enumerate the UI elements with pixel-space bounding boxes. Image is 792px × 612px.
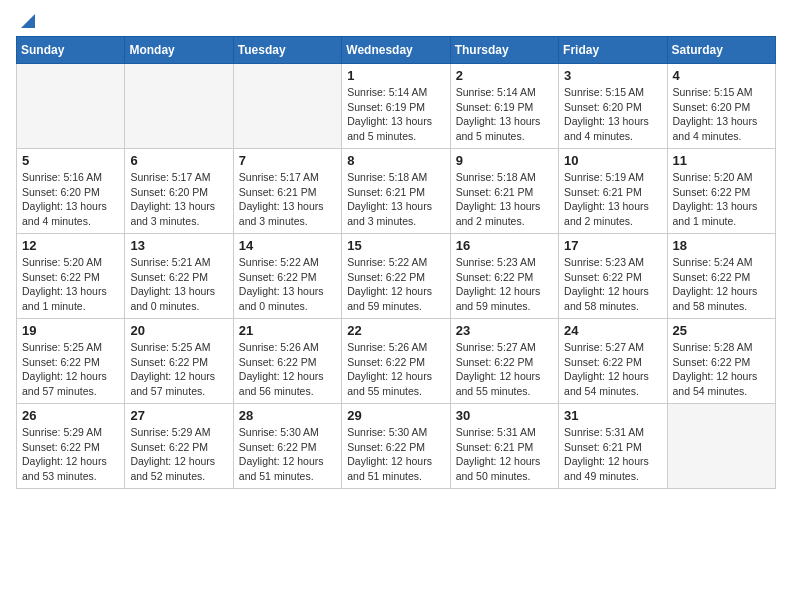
day-header-thursday: Thursday <box>450 37 558 64</box>
day-info: Sunrise: 5:14 AM Sunset: 6:19 PM Dayligh… <box>347 85 444 144</box>
day-info: Sunrise: 5:26 AM Sunset: 6:22 PM Dayligh… <box>239 340 336 399</box>
day-header-wednesday: Wednesday <box>342 37 450 64</box>
calendar-cell <box>125 64 233 149</box>
calendar-cell: 4Sunrise: 5:15 AM Sunset: 6:20 PM Daylig… <box>667 64 775 149</box>
calendar-cell <box>233 64 341 149</box>
day-info: Sunrise: 5:18 AM Sunset: 6:21 PM Dayligh… <box>456 170 553 229</box>
day-number: 23 <box>456 323 553 338</box>
day-number: 16 <box>456 238 553 253</box>
day-number: 2 <box>456 68 553 83</box>
calendar-cell: 25Sunrise: 5:28 AM Sunset: 6:22 PM Dayli… <box>667 319 775 404</box>
day-number: 9 <box>456 153 553 168</box>
calendar-cell: 27Sunrise: 5:29 AM Sunset: 6:22 PM Dayli… <box>125 404 233 489</box>
day-info: Sunrise: 5:30 AM Sunset: 6:22 PM Dayligh… <box>239 425 336 484</box>
day-number: 13 <box>130 238 227 253</box>
day-info: Sunrise: 5:27 AM Sunset: 6:22 PM Dayligh… <box>456 340 553 399</box>
day-info: Sunrise: 5:18 AM Sunset: 6:21 PM Dayligh… <box>347 170 444 229</box>
calendar-cell: 26Sunrise: 5:29 AM Sunset: 6:22 PM Dayli… <box>17 404 125 489</box>
day-info: Sunrise: 5:29 AM Sunset: 6:22 PM Dayligh… <box>130 425 227 484</box>
calendar-cell: 11Sunrise: 5:20 AM Sunset: 6:22 PM Dayli… <box>667 149 775 234</box>
svg-marker-0 <box>21 14 35 28</box>
calendar-table: SundayMondayTuesdayWednesdayThursdayFrid… <box>16 36 776 489</box>
calendar-cell: 20Sunrise: 5:25 AM Sunset: 6:22 PM Dayli… <box>125 319 233 404</box>
day-info: Sunrise: 5:17 AM Sunset: 6:20 PM Dayligh… <box>130 170 227 229</box>
calendar-week-2: 5Sunrise: 5:16 AM Sunset: 6:20 PM Daylig… <box>17 149 776 234</box>
calendar-cell: 23Sunrise: 5:27 AM Sunset: 6:22 PM Dayli… <box>450 319 558 404</box>
calendar-cell: 13Sunrise: 5:21 AM Sunset: 6:22 PM Dayli… <box>125 234 233 319</box>
day-info: Sunrise: 5:23 AM Sunset: 6:22 PM Dayligh… <box>564 255 661 314</box>
day-number: 22 <box>347 323 444 338</box>
day-number: 3 <box>564 68 661 83</box>
day-number: 18 <box>673 238 770 253</box>
day-number: 17 <box>564 238 661 253</box>
calendar-cell: 7Sunrise: 5:17 AM Sunset: 6:21 PM Daylig… <box>233 149 341 234</box>
day-number: 15 <box>347 238 444 253</box>
calendar-cell: 2Sunrise: 5:14 AM Sunset: 6:19 PM Daylig… <box>450 64 558 149</box>
calendar-cell: 15Sunrise: 5:22 AM Sunset: 6:22 PM Dayli… <box>342 234 450 319</box>
calendar-cell: 18Sunrise: 5:24 AM Sunset: 6:22 PM Dayli… <box>667 234 775 319</box>
day-number: 25 <box>673 323 770 338</box>
page-header <box>16 16 776 26</box>
day-number: 5 <box>22 153 119 168</box>
calendar-cell: 5Sunrise: 5:16 AM Sunset: 6:20 PM Daylig… <box>17 149 125 234</box>
day-info: Sunrise: 5:19 AM Sunset: 6:21 PM Dayligh… <box>564 170 661 229</box>
day-info: Sunrise: 5:31 AM Sunset: 6:21 PM Dayligh… <box>564 425 661 484</box>
calendar-cell: 30Sunrise: 5:31 AM Sunset: 6:21 PM Dayli… <box>450 404 558 489</box>
day-info: Sunrise: 5:29 AM Sunset: 6:22 PM Dayligh… <box>22 425 119 484</box>
day-header-monday: Monday <box>125 37 233 64</box>
calendar-cell <box>667 404 775 489</box>
day-info: Sunrise: 5:30 AM Sunset: 6:22 PM Dayligh… <box>347 425 444 484</box>
calendar-cell: 29Sunrise: 5:30 AM Sunset: 6:22 PM Dayli… <box>342 404 450 489</box>
day-number: 21 <box>239 323 336 338</box>
day-number: 26 <box>22 408 119 423</box>
calendar-week-3: 12Sunrise: 5:20 AM Sunset: 6:22 PM Dayli… <box>17 234 776 319</box>
calendar-header-row: SundayMondayTuesdayWednesdayThursdayFrid… <box>17 37 776 64</box>
day-header-friday: Friday <box>559 37 667 64</box>
day-info: Sunrise: 5:17 AM Sunset: 6:21 PM Dayligh… <box>239 170 336 229</box>
day-number: 20 <box>130 323 227 338</box>
day-number: 14 <box>239 238 336 253</box>
day-number: 7 <box>239 153 336 168</box>
day-info: Sunrise: 5:14 AM Sunset: 6:19 PM Dayligh… <box>456 85 553 144</box>
calendar-cell: 12Sunrise: 5:20 AM Sunset: 6:22 PM Dayli… <box>17 234 125 319</box>
day-info: Sunrise: 5:16 AM Sunset: 6:20 PM Dayligh… <box>22 170 119 229</box>
day-number: 19 <box>22 323 119 338</box>
day-number: 30 <box>456 408 553 423</box>
calendar-cell: 24Sunrise: 5:27 AM Sunset: 6:22 PM Dayli… <box>559 319 667 404</box>
calendar-cell: 16Sunrise: 5:23 AM Sunset: 6:22 PM Dayli… <box>450 234 558 319</box>
day-number: 4 <box>673 68 770 83</box>
logo <box>16 16 35 26</box>
day-number: 28 <box>239 408 336 423</box>
calendar-cell: 14Sunrise: 5:22 AM Sunset: 6:22 PM Dayli… <box>233 234 341 319</box>
day-info: Sunrise: 5:23 AM Sunset: 6:22 PM Dayligh… <box>456 255 553 314</box>
calendar-week-4: 19Sunrise: 5:25 AM Sunset: 6:22 PM Dayli… <box>17 319 776 404</box>
day-number: 10 <box>564 153 661 168</box>
day-info: Sunrise: 5:21 AM Sunset: 6:22 PM Dayligh… <box>130 255 227 314</box>
calendar-cell: 28Sunrise: 5:30 AM Sunset: 6:22 PM Dayli… <box>233 404 341 489</box>
day-number: 29 <box>347 408 444 423</box>
day-info: Sunrise: 5:28 AM Sunset: 6:22 PM Dayligh… <box>673 340 770 399</box>
day-info: Sunrise: 5:15 AM Sunset: 6:20 PM Dayligh… <box>673 85 770 144</box>
calendar-week-1: 1Sunrise: 5:14 AM Sunset: 6:19 PM Daylig… <box>17 64 776 149</box>
calendar-week-5: 26Sunrise: 5:29 AM Sunset: 6:22 PM Dayli… <box>17 404 776 489</box>
day-info: Sunrise: 5:24 AM Sunset: 6:22 PM Dayligh… <box>673 255 770 314</box>
day-info: Sunrise: 5:31 AM Sunset: 6:21 PM Dayligh… <box>456 425 553 484</box>
calendar-cell: 9Sunrise: 5:18 AM Sunset: 6:21 PM Daylig… <box>450 149 558 234</box>
day-number: 11 <box>673 153 770 168</box>
day-info: Sunrise: 5:22 AM Sunset: 6:22 PM Dayligh… <box>347 255 444 314</box>
day-number: 8 <box>347 153 444 168</box>
logo-triangle-icon <box>17 12 35 30</box>
calendar-cell: 6Sunrise: 5:17 AM Sunset: 6:20 PM Daylig… <box>125 149 233 234</box>
calendar-cell: 17Sunrise: 5:23 AM Sunset: 6:22 PM Dayli… <box>559 234 667 319</box>
day-info: Sunrise: 5:27 AM Sunset: 6:22 PM Dayligh… <box>564 340 661 399</box>
day-info: Sunrise: 5:22 AM Sunset: 6:22 PM Dayligh… <box>239 255 336 314</box>
day-number: 6 <box>130 153 227 168</box>
day-number: 12 <box>22 238 119 253</box>
day-info: Sunrise: 5:26 AM Sunset: 6:22 PM Dayligh… <box>347 340 444 399</box>
calendar-cell: 21Sunrise: 5:26 AM Sunset: 6:22 PM Dayli… <box>233 319 341 404</box>
day-info: Sunrise: 5:25 AM Sunset: 6:22 PM Dayligh… <box>22 340 119 399</box>
day-info: Sunrise: 5:25 AM Sunset: 6:22 PM Dayligh… <box>130 340 227 399</box>
day-number: 31 <box>564 408 661 423</box>
day-info: Sunrise: 5:20 AM Sunset: 6:22 PM Dayligh… <box>673 170 770 229</box>
day-header-saturday: Saturday <box>667 37 775 64</box>
